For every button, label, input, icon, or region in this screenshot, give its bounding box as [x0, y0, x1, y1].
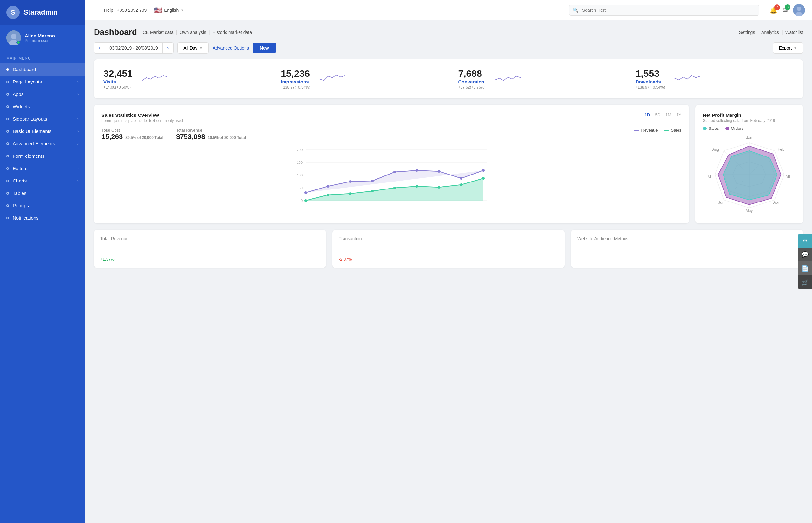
sidebar-item-left: Widgets — [6, 104, 30, 109]
chart-legend: Revenue Sales — [634, 128, 681, 133]
sidebar-item-tables[interactable]: Tables — [0, 187, 85, 199]
advanced-options-button[interactable]: Advanced Options — [212, 46, 249, 51]
dashboard-toolbar: ‹ 03/02/2019 - 20/08/2019 › All Day ▼ Ad… — [94, 42, 803, 54]
chart-tab-5d[interactable]: 5D — [655, 112, 660, 117]
sidebar-item-label: Widgets — [13, 104, 30, 109]
sidebar-item-left: Sidebar Layouts — [6, 116, 47, 122]
flag-icon: 🇺🇸 — [154, 6, 162, 14]
avatar — [6, 31, 21, 45]
legend-revenue: Revenue — [634, 128, 658, 133]
right-panel-settings-button[interactable]: ⚙ — [798, 234, 812, 248]
stat-info: 15,236 Impressions +138.97(+0.54%) — [281, 68, 310, 90]
menu-icon[interactable]: ☰ — [92, 6, 98, 14]
sidebar-item-dashboard[interactable]: Dashboard › — [0, 63, 85, 75]
sidebar-item-notifications[interactable]: Notifications — [0, 212, 85, 224]
total-revenue-value: $753,098 — [176, 133, 205, 141]
stat-card-downloads: 1,553 Downloads +138.97(+0.54%) — [636, 68, 794, 90]
sidebar-item-advanced-elements[interactable]: Advanced Elements › — [0, 138, 85, 150]
stat-value: 32,451 — [103, 68, 133, 79]
total-cost-pct: 89.5% of 20,000 Total — [125, 136, 163, 140]
settings-link[interactable]: Settings — [739, 30, 755, 35]
main-menu-label: Main Menu — [0, 51, 85, 63]
svg-text:0: 0 — [301, 199, 303, 202]
sidebar-item-dot — [6, 192, 9, 195]
language-selector[interactable]: 🇺🇸 English ▼ — [154, 6, 184, 14]
sidebar-item-widgets[interactable]: Widgets — [0, 100, 85, 113]
mini-chart — [139, 72, 171, 86]
date-navigator: ‹ 03/02/2019 - 20/08/2019 › — [94, 42, 173, 54]
sidebar-item-popups[interactable]: Popups — [0, 199, 85, 212]
sidebar-item-sidebar-layouts[interactable]: Sidebar Layouts › — [0, 113, 85, 125]
sidebar-item-charts[interactable]: Charts › — [0, 175, 85, 187]
svg-text:Jan: Jan — [746, 136, 752, 140]
sidebar-item-apps[interactable]: Apps › — [0, 88, 85, 100]
new-button[interactable]: New — [253, 42, 276, 53]
sidebar-item-dot — [6, 118, 9, 120]
stat-info: 32,451 Visits +14.00(+0.50%) — [103, 68, 133, 90]
search-input[interactable] — [569, 5, 759, 16]
sidebar-item-dot — [6, 217, 9, 219]
sales-meta: Total Cost 15,263 89.5% of 20,000 Total … — [101, 128, 681, 141]
nav-link-historic[interactable]: Historic market data — [212, 30, 252, 35]
allday-label: All Day — [183, 46, 197, 51]
sales-chart-title: Sales Statistics Overview — [101, 112, 183, 118]
sidebar-item-label: Form elements — [13, 153, 44, 159]
svg-point-17 — [304, 191, 307, 194]
mini-chart — [672, 72, 703, 86]
chart-tabs: 1D5D1M1Y — [645, 112, 681, 117]
sidebar-arrow-icon: › — [77, 116, 79, 121]
bottom-card-revenue-change: +1.37% — [100, 257, 320, 262]
svg-point-30 — [371, 190, 374, 192]
watchlist-link[interactable]: Watchlist — [785, 30, 803, 35]
sidebar-item-form-elements[interactable]: Form elements — [0, 150, 85, 162]
sidebar-logo-text: Staradmin — [23, 8, 58, 17]
sidebar-item-page-layouts[interactable]: Page Layouts › — [0, 75, 85, 88]
notifications-bell[interactable]: 🔔 7 — [770, 6, 777, 14]
export-button[interactable]: Export ▼ — [773, 42, 803, 54]
mini-chart — [317, 72, 348, 86]
lower-charts-row: Sales Statistics Overview Lorem ipsum is… — [94, 105, 803, 223]
svg-marker-26 — [306, 178, 484, 201]
sidebar-item-label: Tables — [13, 191, 26, 196]
total-revenue-pct: 10.5% of 20,000 Total — [208, 136, 246, 140]
sidebar-item-editors[interactable]: Editors › — [0, 162, 85, 175]
sidebar-item-left: Dashboard — [6, 67, 36, 72]
chart-tab-1d[interactable]: 1D — [645, 112, 650, 117]
svg-point-1 — [11, 34, 17, 39]
total-revenue-label: Total Revenue — [176, 128, 246, 133]
sidebar-item-dot — [6, 68, 9, 71]
sidebar-item-dot — [6, 93, 9, 95]
gear-icon: ⚙ — [802, 237, 808, 244]
sidebar: S Staradmin Allen Moreno Premium user Ma… — [0, 0, 85, 523]
net-profit-card: Net Profit Margin Started collecting dat… — [695, 105, 803, 223]
svg-text:Mar: Mar — [786, 174, 790, 179]
net-profit-title: Net Profit Margin — [703, 112, 795, 118]
date-next-button[interactable]: › — [163, 42, 173, 53]
sidebar-item-left: Basic UI Elements — [6, 128, 52, 134]
nav-link-own[interactable]: Own analysis — [180, 30, 206, 35]
sidebar-item-basic-ui-elements[interactable]: Basic UI Elements › — [0, 125, 85, 138]
svg-point-33 — [438, 186, 440, 188]
chart-tab-1y[interactable]: 1Y — [676, 112, 681, 117]
mail-icon-wrap[interactable]: ✉ 3 — [782, 6, 788, 14]
sidebar-logo[interactable]: S Staradmin — [0, 0, 85, 25]
stat-change: +138.97(+0.54%) — [636, 85, 665, 90]
user-avatar[interactable] — [793, 4, 805, 16]
bottom-card-revenue-label: Total Revenue — [100, 236, 320, 241]
date-prev-button[interactable]: ‹ — [94, 42, 105, 53]
sidebar-arrow-icon: › — [77, 67, 79, 72]
lang-chevron-icon: ▼ — [181, 8, 184, 12]
export-chevron-icon: ▼ — [794, 46, 797, 50]
mail-badge: 3 — [785, 4, 790, 10]
allday-button[interactable]: All Day ▼ — [177, 42, 209, 54]
nav-link-ice[interactable]: ICE Market data — [141, 30, 173, 35]
bottom-card-audience-label: Website Audience Metrics — [577, 236, 797, 241]
sidebar-item-dot — [6, 204, 9, 207]
sidebar-item-label: Advanced Elements — [13, 141, 55, 146]
right-panel-document-button[interactable]: 📄 — [798, 262, 812, 275]
chart-tab-1m[interactable]: 1M — [665, 112, 671, 117]
svg-text:100: 100 — [297, 173, 303, 177]
right-panel-chat-button[interactable]: 💬 — [798, 248, 812, 262]
analytics-link[interactable]: Analytics — [761, 30, 779, 35]
right-panel-cart-button[interactable]: 🛒 — [798, 275, 812, 289]
